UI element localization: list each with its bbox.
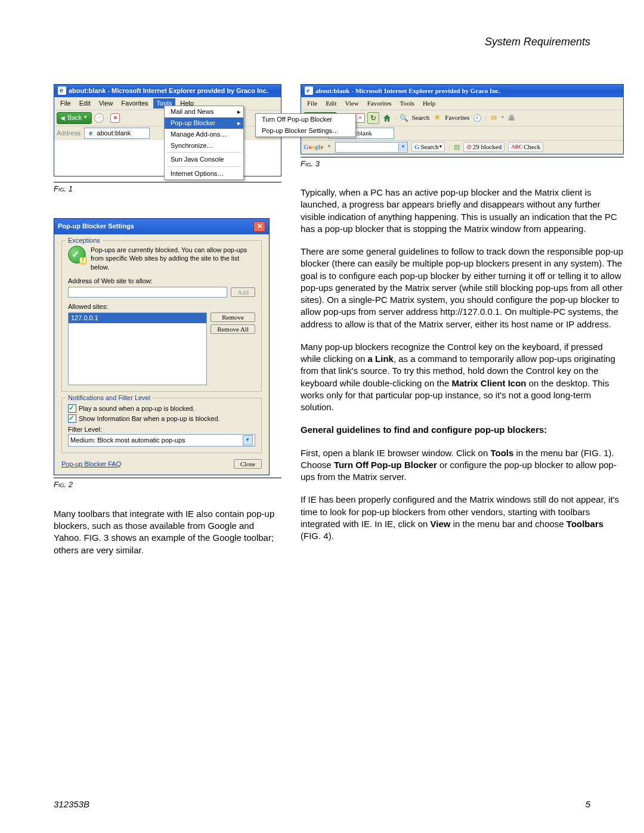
menu-favorites[interactable]: Favorites <box>117 98 151 109</box>
back-arrow-icon: ◄ <box>59 113 66 123</box>
body-text: There are some general guidelines to fol… <box>301 246 624 330</box>
dropdown-icon: ▾ <box>501 114 504 121</box>
google-toolbar: Google ▼ ▾ G Search ▾ | ▧ ⊘ 29 blocked <box>301 140 623 154</box>
divider: | <box>485 113 486 122</box>
ie-icon <box>305 86 313 95</box>
add-button[interactable]: Add <box>231 287 255 297</box>
history-button[interactable]: 🕘 <box>472 113 482 123</box>
abc-icon: ABC <box>511 143 522 150</box>
address-label: Address <box>57 129 80 138</box>
allowed-label: Allowed sites: <box>68 302 255 311</box>
page-number: 5 <box>586 799 590 809</box>
menuitem-java[interactable]: Sun Java Console <box>165 154 243 165</box>
popup-settings-dialog: Pop-up Blocker Settings ✕ Exceptions Pop… <box>54 218 270 476</box>
faq-link[interactable]: Pop-up Blocker FAQ <box>61 460 121 469</box>
menu-file[interactable]: File <box>57 98 75 109</box>
popup-blocked-button[interactable]: ⊘ 29 blocked <box>463 142 505 152</box>
popup-submenu: Turn Off Pop-up Blocker Pop-up Blocker S… <box>255 113 356 137</box>
doc-number: 312353B <box>54 799 89 809</box>
favorites-button[interactable]: Favorites <box>445 113 469 122</box>
notifications-group: Notifications and Filter Level Play a so… <box>61 398 262 454</box>
google-search-label: Search <box>421 143 439 151</box>
body-text: First, open a blank IE browser window. C… <box>301 448 490 458</box>
menuitem-sync[interactable]: Synchronize… <box>165 140 243 151</box>
menuitem-addons[interactable]: Manage Add-ons… <box>165 129 243 140</box>
exceptions-group: Exceptions Pop-ups are currently blocked… <box>61 240 262 392</box>
checkbox-sound-row[interactable]: Play a sound when a pop-up is blocked. <box>68 404 255 413</box>
print-button[interactable]: 🖶 <box>506 113 517 123</box>
body-text: Many pop-up blockers recognize the Contr… <box>301 341 624 414</box>
divider: · <box>106 113 108 122</box>
body-text: Many toolbars that integrate with IE als… <box>54 508 281 556</box>
body-text-bold: View <box>431 519 451 529</box>
blocked-icon: ⊘ <box>466 143 472 151</box>
checkbox-infobar-label: Show Information Bar when a pop-up is bl… <box>79 414 220 423</box>
body-text: (FIG. 4). <box>301 531 334 541</box>
info-text: Pop-ups are currently blocked. You can a… <box>91 246 255 272</box>
dropdown-icon: ▾ <box>243 435 253 445</box>
checkbox-icon <box>68 404 76 413</box>
allowed-listbox[interactable]: 127.0.0.1 <box>68 312 207 385</box>
dropdown-icon[interactable]: ▼ <box>327 144 332 150</box>
checkbox-infobar-row[interactable]: Show Information Bar when a pop-up is bl… <box>68 414 255 423</box>
ie-titlebar: about:blank - Microsoft Internet Explore… <box>301 85 623 97</box>
filter-value: Medium: Block most automatic pop-ups <box>70 436 185 445</box>
dropdown-icon: ▾ <box>439 144 442 150</box>
pagerank-icon[interactable]: ▧ <box>454 143 460 151</box>
body-text-bold: Turn Off Pop-up Blocker <box>334 460 437 470</box>
google-search-input[interactable]: ▾ <box>335 142 408 153</box>
body-text-bold: a Link <box>368 354 394 364</box>
remove-button[interactable]: Remove <box>210 312 255 322</box>
mail-button[interactable]: ✉ <box>488 113 499 123</box>
tools-dropdown: Mail and News Pop-up Blocker Manage Add-… <box>164 106 244 180</box>
menu-edit[interactable]: Edit <box>322 98 340 109</box>
remove-all-button[interactable]: Remove All <box>210 324 255 334</box>
menu-separator <box>167 152 241 153</box>
menu-view[interactable]: View <box>341 98 362 109</box>
dropdown-icon: ▼ <box>83 114 88 121</box>
allowed-item[interactable]: 127.0.0.1 <box>69 313 206 323</box>
filter-label: Filter Level: <box>68 425 255 434</box>
menu-view[interactable]: View <box>95 98 117 109</box>
address-input[interactable]: about:blank <box>84 128 150 139</box>
dialog-titlebar: Pop-up Blocker Settings ✕ <box>54 219 269 234</box>
body-text: If IE has been properly configured and t… <box>301 494 624 542</box>
home-button[interactable] <box>382 113 392 123</box>
close-icon[interactable]: ✕ <box>253 221 265 232</box>
menu-file[interactable]: File <box>304 98 321 109</box>
menuitem-popup-blocker[interactable]: Pop-up Blocker <box>165 117 243 129</box>
search-button[interactable]: Search <box>411 113 429 122</box>
window-title: about:blank - Microsoft Internet Explore… <box>315 86 500 95</box>
submenu-settings[interactable]: Pop-up Blocker Settings… <box>256 125 355 137</box>
menu-favorites[interactable]: Favorites <box>364 98 395 109</box>
back-button[interactable]: ◄ Back ▼ <box>57 112 92 124</box>
forward-button[interactable] <box>94 113 104 123</box>
ie-icon <box>58 86 66 95</box>
menuitem-mail[interactable]: Mail and News <box>165 106 243 117</box>
submenu-turnoff[interactable]: Turn Off Pop-up Blocker <box>256 114 355 125</box>
address-text: about:blank <box>97 129 131 138</box>
body-text: First, open a blank IE browser window. C… <box>301 447 624 484</box>
spellcheck-button[interactable]: ABC Check <box>508 142 543 152</box>
ie-menubar: File Edit View Favorites Tools Help <box>301 97 623 110</box>
stop-button[interactable]: × <box>110 113 120 123</box>
menu-help[interactable]: Help <box>419 98 439 109</box>
menu-edit[interactable]: Edit <box>76 98 94 109</box>
refresh-button[interactable]: ↻ <box>367 112 379 124</box>
menu-separator <box>167 166 241 167</box>
address-input[interactable] <box>68 287 227 298</box>
ie-titlebar: about:blank - Microsoft Internet Explore… <box>54 85 281 97</box>
body-text: in the menu bar and choose <box>451 519 566 529</box>
menu-tools[interactable]: Tools <box>397 98 418 109</box>
window-title: about:blank - Microsoft Internet Explore… <box>69 86 268 95</box>
google-search-button[interactable]: G Search ▾ <box>411 142 445 152</box>
close-button[interactable]: Close <box>234 459 262 469</box>
google-logo: Google <box>304 143 323 151</box>
page-footer: 312353B 5 <box>54 799 590 809</box>
menuitem-options[interactable]: Internet Options… <box>165 168 243 179</box>
body-text-bold: Matrix Client Icon <box>451 378 526 388</box>
stop-button[interactable]: × <box>355 113 365 123</box>
info-icon <box>68 246 86 264</box>
figure-2-caption: Fig. 2 <box>54 478 281 490</box>
filter-select[interactable]: Medium: Block most automatic pop-ups ▾ <box>68 434 255 447</box>
